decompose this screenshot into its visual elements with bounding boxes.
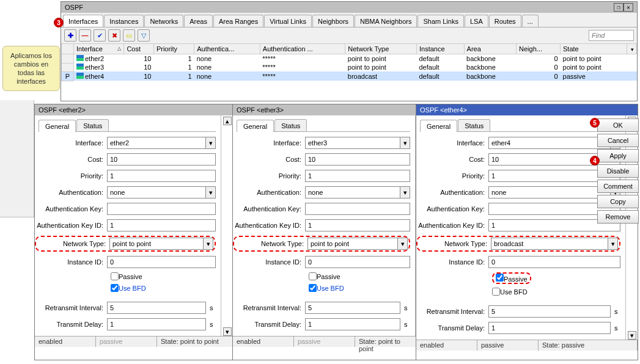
main-tab-areas[interactable]: Areas [184, 15, 213, 27]
transmit-delay-field[interactable] [488, 322, 611, 334]
retransmit-interval-field[interactable] [488, 305, 611, 318]
copy-button[interactable]: Copy [597, 195, 639, 208]
main-titlebar[interactable]: OSPF ❐ ✕ [61, 2, 637, 13]
instance-id-field[interactable] [107, 256, 216, 268]
chevron-down-icon[interactable]: ▾ [204, 238, 213, 250]
dialog-titlebar[interactable]: OSPF <ether2> [35, 104, 233, 115]
main-tab-lsa[interactable]: LSA [465, 15, 488, 27]
col-header[interactable] [62, 44, 74, 54]
table-row[interactable]: ether3101none*****point to pointdefaultb… [62, 63, 637, 71]
disable-button[interactable]: Disable [597, 164, 639, 178]
dialog-tab-status[interactable]: Status [76, 119, 109, 131]
auth-key-id-field[interactable] [107, 219, 216, 231]
remove-button[interactable]: — [79, 29, 91, 42]
dialog-tab-general[interactable]: General [237, 120, 274, 132]
network-type-field[interactable] [491, 238, 608, 250]
col-header[interactable]: State [561, 44, 627, 54]
main-tab-nbma-neighbors[interactable]: NBMA Neighbors [355, 15, 417, 27]
retransmit-interval-field[interactable] [305, 302, 400, 314]
interface-field[interactable] [305, 137, 400, 149]
cost-field[interactable] [305, 153, 410, 166]
transmit-delay-field[interactable] [305, 318, 400, 330]
disable-button[interactable]: ✖ [108, 29, 120, 42]
col-header[interactable]: Area [464, 44, 516, 54]
main-tab-area-ranges[interactable]: Area Ranges [213, 15, 263, 27]
arrow-up-icon[interactable]: ▴ [223, 117, 232, 125]
passive-checkbox[interactable] [111, 272, 119, 280]
chevron-down-icon[interactable]: ▾ [400, 186, 410, 198]
chevron-down-icon[interactable]: ▾ [398, 238, 408, 250]
comment-button[interactable]: ▭ [123, 29, 135, 42]
main-tab-neighbors[interactable]: Neighbors [312, 15, 354, 27]
filter-button[interactable]: ▽ [138, 29, 150, 42]
priority-field[interactable] [107, 170, 216, 182]
main-tab-virtual-links[interactable]: Virtual Links [264, 15, 312, 27]
cancel-button[interactable]: Cancel [597, 134, 639, 147]
col-menu[interactable]: ▾ [627, 44, 637, 54]
network-type-field[interactable] [307, 238, 398, 250]
interface-field-label: Interface: [233, 139, 305, 147]
auth-key-field[interactable] [305, 203, 410, 215]
cost-field[interactable] [107, 153, 216, 166]
dialog-tab-status[interactable]: Status [458, 119, 490, 131]
chevron-down-icon[interactable]: ▾ [206, 137, 216, 149]
auth-key-id-field[interactable] [305, 219, 410, 231]
status-enabled: enabled [416, 340, 477, 351]
transmit-delay-field-label: Transmit Delay: [233, 321, 305, 328]
instance-id-field[interactable] [305, 256, 410, 268]
dialog-tab-general[interactable]: General [39, 120, 76, 132]
transmit-delay-field[interactable] [107, 318, 206, 330]
retransmit-interval-field[interactable] [107, 302, 206, 314]
restore-icon[interactable]: ❐ [614, 3, 623, 12]
col-header[interactable]: Cost [124, 44, 154, 54]
passive-checkbox[interactable] [309, 272, 317, 280]
dialog-titlebar[interactable]: OSPF <ether4> [416, 104, 638, 115]
col-header[interactable]: Neigh... [517, 44, 561, 54]
enable-button[interactable]: ✔ [94, 29, 106, 42]
close-icon[interactable]: ✕ [623, 3, 633, 12]
ok-button[interactable]: OK [597, 118, 639, 132]
interface-field[interactable] [488, 137, 611, 149]
chevron-down-icon[interactable]: ▾ [400, 137, 410, 149]
use-bfd-checkbox[interactable] [492, 288, 500, 296]
use-bfd-checkbox[interactable] [111, 284, 119, 292]
interface-table[interactable]: Interface△CostPriorityAuthentica...Authe… [61, 43, 637, 81]
interface-field[interactable] [107, 137, 206, 149]
chevron-down-icon[interactable]: ▾ [206, 186, 216, 198]
table-row[interactable]: Pether4101none*****broadcastdefaultbackb… [62, 71, 637, 81]
main-tab-interfaces[interactable]: Interfaces [63, 15, 103, 27]
network-type-field[interactable] [109, 238, 204, 250]
col-header[interactable]: Network Type [345, 44, 417, 54]
main-tab-routes[interactable]: Routes [489, 15, 521, 27]
use-bfd-checkbox[interactable] [309, 284, 317, 292]
dialog-tab-general[interactable]: General [420, 120, 457, 132]
col-header[interactable]: Authentica... [194, 44, 260, 54]
col-header[interactable]: Authentication ... [260, 44, 345, 54]
remove-button[interactable]: Remove [597, 210, 639, 224]
dialog-tab-status[interactable]: Status [274, 119, 307, 131]
main-tab-sham-links[interactable]: Sham Links [417, 15, 463, 27]
main-tab-networks[interactable]: Networks [144, 15, 183, 27]
passive-checkbox[interactable] [496, 274, 504, 282]
col-header[interactable]: Instance [416, 44, 464, 54]
authentication-field[interactable] [305, 186, 400, 198]
instance-id-field[interactable] [488, 256, 620, 268]
col-header[interactable]: Priority [153, 44, 194, 54]
comment-button[interactable]: Comment [597, 180, 639, 193]
priority-field[interactable] [305, 170, 410, 182]
col-header[interactable]: Interface△ [74, 44, 124, 54]
main-tab-instances[interactable]: Instances [104, 15, 144, 27]
use-bfd-label: Use BFD [119, 285, 146, 292]
main-tab--[interactable]: ... [522, 15, 539, 27]
authentication-field[interactable] [488, 186, 611, 198]
chevron-down-icon[interactable]: ▾ [608, 238, 618, 250]
add-button[interactable]: ✚ [64, 29, 76, 42]
auth-key-field[interactable] [107, 203, 216, 215]
dialog-titlebar[interactable]: OSPF <ether3> [233, 104, 416, 115]
table-row[interactable]: ether2101none*****point to pointdefaultb… [62, 54, 637, 64]
arrow-down-icon[interactable]: ▾ [628, 331, 636, 340]
authentication-field[interactable] [107, 186, 206, 198]
find-input[interactable] [589, 30, 634, 41]
arrow-down-icon[interactable]: ▾ [223, 327, 232, 336]
apply-button[interactable]: Apply [597, 149, 639, 162]
